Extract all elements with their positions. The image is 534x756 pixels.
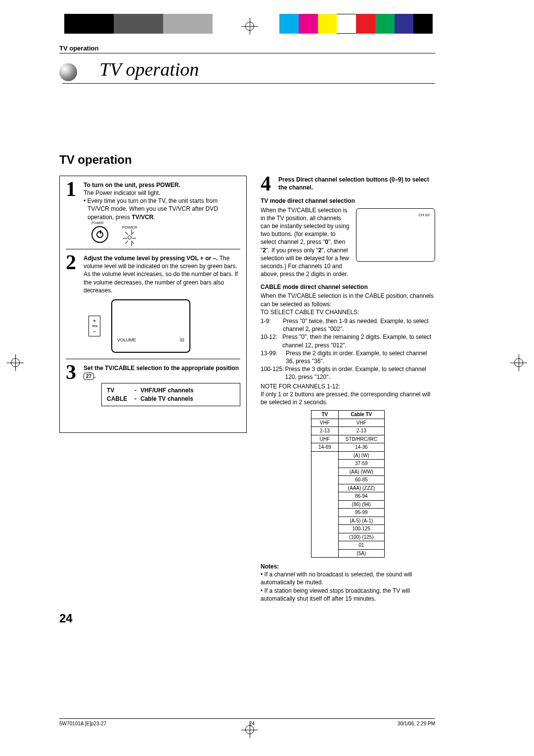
registration-mark-icon (510, 354, 527, 371)
channel-osd: CH 02 (418, 213, 430, 218)
running-head: TV operation (59, 45, 435, 52)
step-3: 3 Set the TV/CABLE selection to the appr… (66, 364, 240, 406)
step-heading: Set the TV/CABLE selection to the approp… (84, 365, 239, 379)
volume-buttons-icon: + VOL – (89, 316, 100, 336)
chapter-title: TV operation (99, 59, 199, 80)
section-title: TV operation (59, 153, 435, 167)
step-heading: Adjust the volume level by pressing VOL … (84, 255, 218, 262)
table-row: (A) (W) (311, 451, 384, 460)
step-heading: To turn on the unit, press POWER. (84, 182, 180, 189)
power-button-icon (91, 226, 108, 243)
table-row: VHFVHF (311, 419, 384, 427)
table-row: (A-5) (A-1) (311, 517, 384, 525)
body-text: When the TV/CABLE selection is in the CA… (261, 292, 435, 308)
power-indicator-icon: POWER (122, 225, 137, 244)
footer-center: 24 (249, 721, 255, 726)
sphere-icon (59, 63, 77, 81)
step-heading: Press Direct channel selection buttons (… (278, 176, 429, 191)
footer: 5W70101A [E]p23-27 24 30/1/06, 2:29 PM (59, 718, 435, 726)
registration-mark-icon (241, 18, 258, 35)
divider (59, 53, 435, 53)
list-item: 1-9:Press "0" twice, then 1-9 as needed.… (261, 317, 435, 333)
list-item: 10-12:Press "0", then the remaining 2 di… (261, 333, 435, 349)
footer-right: 30/1/06, 2:29 PM (398, 721, 435, 726)
osd-label: VOLUME (117, 337, 136, 343)
cable-channel-list: 1-9:Press "0" twice, then 1-9 as needed.… (261, 317, 435, 381)
table-row: 14-6914-36 (311, 443, 384, 452)
grayscale-bar (64, 14, 213, 34)
steps-box: 1 To turn on the unit, press POWER. The … (59, 176, 247, 433)
table-row: (86) (94) (311, 500, 384, 509)
cmyk-bar (279, 14, 433, 34)
step-2: 2 Adjust the volume level by pressing VO… (66, 254, 240, 355)
step-number: 1 (66, 181, 80, 245)
table-row: 60-85 (311, 476, 384, 484)
tv-cable-legend: TV-VHF/UHF channels CABLE-Cable TV chann… (101, 383, 240, 406)
list-item: 100-125:Press the 3 digits in order. Exa… (261, 365, 435, 381)
note-item: • If a station being viewed stops broadc… (261, 587, 435, 603)
step-number: 2 (66, 254, 80, 355)
table-row: 100-125 (311, 525, 384, 533)
table-row: (AA) (WW) (311, 468, 384, 476)
legend-row: TV-VHF/UHF channels (107, 386, 235, 394)
step-bullet: • Every time you turn on the TV, the uni… (88, 197, 240, 221)
table-row: UHFSTD/HRC/IRC (311, 435, 384, 443)
step-4: 4 Press Direct channel selection buttons… (261, 176, 435, 192)
table-row: 37-59 (311, 460, 384, 468)
divider (66, 249, 240, 249)
subheading: CABLE mode direct channel selection (261, 283, 435, 291)
chapter-title-row: TV operation (59, 58, 435, 83)
table-row: 95-99 (311, 509, 384, 517)
step-text: The Power indicator will light. (84, 189, 160, 196)
table-row: (100) (125) (311, 533, 384, 541)
body-text: TO SELECT CABLE TV CHANNELS: (261, 308, 435, 316)
footer-left: 5W70101A [E]p23-27 (59, 721, 106, 726)
right-column: 4 Press Direct channel selection buttons… (261, 176, 435, 603)
note-item: • If a channel with no broadcast is sele… (261, 570, 435, 586)
table-row: (5A) (311, 549, 384, 558)
table-row: 01 (311, 541, 384, 550)
table-row: 2-132-13 (311, 427, 384, 435)
power-button-label: POWER (91, 221, 104, 226)
osd-value: 32 (179, 337, 184, 343)
page-ref-badge: 27 (84, 373, 94, 380)
notes-heading: Notes: (261, 563, 279, 570)
channel-table: TVCable TV VHFVHF2-132-13UHFSTD/HRC/IRC1… (311, 410, 385, 558)
page-number: 24 (59, 612, 435, 625)
tv-screen-icon: CH 02 (356, 208, 435, 262)
divider (66, 359, 240, 359)
body-text: NOTE FOR CHANNELS 1-12: (261, 382, 435, 390)
registration-mark-icon (7, 354, 24, 371)
tv-screen-icon: VOLUME 32 (111, 299, 190, 353)
subheading: TV mode direct channel selection (261, 197, 435, 205)
body-text: If only 1 or 2 buttons are pressed, the … (261, 390, 435, 406)
notes-block: Notes: • If a channel with no broadcast … (261, 563, 435, 603)
step-1: 1 To turn on the unit, press POWER. The … (66, 181, 240, 245)
step-number: 4 (261, 176, 274, 192)
table-row: (AAA) (ZZZ) (311, 484, 384, 492)
body-text: CH 02 When the TV/CABLE selection is in … (261, 206, 435, 279)
table-row: 86-94 (311, 492, 384, 501)
divider (62, 83, 435, 84)
list-item: 13-99:Press the 2 digits in order. Examp… (261, 349, 435, 365)
legend-row: CABLE-Cable TV channels (107, 395, 235, 403)
step-number: 3 (66, 364, 80, 406)
